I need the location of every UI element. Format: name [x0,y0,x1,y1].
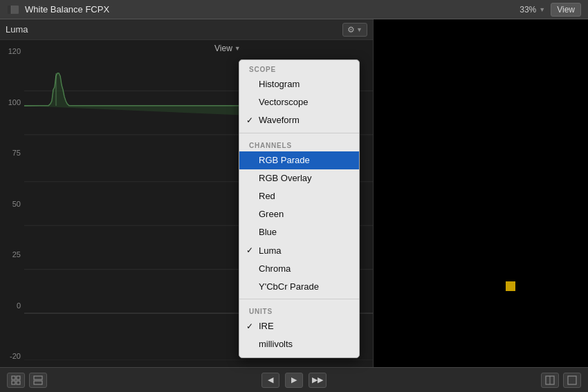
svg-rect-14 [12,381,15,384]
gear-dropdown-arrow: ▼ [356,26,362,33]
rgb-overlay-label: RGB Overlay [259,172,312,185]
dropdown-menu: SCOPE ✓ Histogram ✓ Vectorscope ✓ Wavefo… [239,59,360,358]
y-label-0: 0 [17,301,21,310]
menu-item-rgb-parade[interactable]: ✓ RGB Parade [239,151,359,169]
svg-rect-12 [12,376,15,380]
menu-item-chroma[interactable]: ✓ Chroma [239,260,359,278]
y-label-120: 120 [8,47,21,55]
menu-item-histogram[interactable]: ✓ Histogram [239,75,359,93]
svg-marker-10 [24,73,266,116]
ire-label: IRE [259,320,274,333]
titlebar: White Balance FCPX 33% ▼ View [0,0,588,19]
y-axis: 120 100 75 50 25 0 -20 [0,47,24,360]
toolbar-left [7,373,47,388]
play-icon: ▶ [291,375,297,384]
play-button[interactable]: ▶ [285,373,303,388]
y-label-50: 50 [12,200,21,208]
main-content: Luma ⚙ ▼ 120 100 75 50 25 0 -20 [0,19,588,367]
blue-label: Blue [259,226,277,239]
play-back-button[interactable]: ◀ [261,373,279,388]
panel-view-label: View [214,44,232,53]
luma-check: ✓ [246,245,253,256]
menu-item-rgb-overlay[interactable]: ✓ RGB Overlay [239,169,359,187]
y-label-neg20: -20 [10,352,21,360]
toolbar-btn-1[interactable] [7,373,25,388]
scope-section-header: SCOPE [239,60,359,75]
waveform-check: ✓ [246,115,253,127]
y-label-100: 100 [8,98,21,106]
menu-item-red[interactable]: ✓ Red [239,187,359,205]
channels-section-header: CHANNELS [239,136,359,151]
red-label: Red [259,190,275,203]
bottom-toolbar: ◀ ▶ ▶▶ [0,367,588,392]
app-icon [7,3,19,16]
menu-item-blue[interactable]: ✓ Blue [239,223,359,241]
toolbar-btn-4[interactable] [563,373,581,388]
titlebar-controls: 33% ▼ View [520,3,581,17]
zoom-control: 33% ▼ [520,5,545,15]
preview-panel [374,19,588,367]
histogram-label: Histogram [259,78,300,91]
window-title: White Balance FCPX [25,4,520,15]
play-forward-icon: ▶▶ [312,375,323,384]
toolbar-btn-3[interactable] [541,373,559,388]
layout-icon-3 [545,375,555,385]
ycbcr-label: Y'CbCr Parade [259,281,319,293]
svg-rect-16 [34,376,42,380]
play-forward-button[interactable]: ▶▶ [309,373,327,388]
toolbar-btn-2[interactable] [29,373,47,388]
svg-rect-15 [17,381,20,384]
vectorscope-label: Vectorscope [259,96,309,109]
gear-button[interactable]: ⚙ ▼ [342,23,367,37]
waveform-label-menu: Waveform [259,114,300,127]
divider-2 [239,299,359,299]
millivolts-label: millivolts [259,338,293,351]
panel-view-button[interactable]: View ▼ [214,44,241,53]
view-label-area: View ▼ [214,44,241,53]
y-label-75: 75 [12,149,21,157]
menu-item-vectorscope[interactable]: ✓ Vectorscope [239,93,359,111]
chroma-label: Chroma [259,263,291,275]
gear-icon: ⚙ [347,25,355,35]
luma-label: Luma [259,245,282,257]
zoom-value: 33% [520,5,536,15]
menu-item-millivolts[interactable]: ✓ millivolts [239,335,359,353]
waveform-label: Luma [6,24,28,35]
svg-rect-13 [17,376,20,380]
rgb-parade-label: RGB Parade [259,154,310,167]
toolbar-center: ◀ ▶ ▶▶ [261,373,327,388]
units-section-header: UNITS [239,302,359,317]
zoom-arrow[interactable]: ▼ [539,6,545,13]
divider-1 [239,133,359,133]
panel-view-arrow: ▼ [235,45,241,52]
waveform-topbar: Luma ⚙ ▼ [0,19,373,40]
play-back-icon: ◀ [268,375,273,384]
menu-item-waveform[interactable]: ✓ Waveform [239,111,359,129]
ire-check: ✓ [246,321,253,333]
menu-item-green[interactable]: ✓ Green [239,205,359,223]
y-label-25: 25 [12,250,21,259]
preview-black [374,19,588,367]
yellow-indicator [506,281,515,291]
svg-rect-17 [34,381,42,384]
layout-icon-4 [567,375,577,385]
green-label: Green [259,208,284,221]
layout-icon-1 [11,375,21,385]
svg-rect-20 [568,376,576,384]
svg-rect-1 [8,6,11,14]
menu-item-luma[interactable]: ✓ Luma [239,242,359,260]
layout-icon-2 [33,375,43,385]
toolbar-right [541,373,581,388]
menu-item-ycbcr[interactable]: ✓ Y'CbCr Parade [239,278,359,296]
view-button-titlebar[interactable]: View [551,3,581,17]
menu-item-ire[interactable]: ✓ IRE [239,317,359,335]
